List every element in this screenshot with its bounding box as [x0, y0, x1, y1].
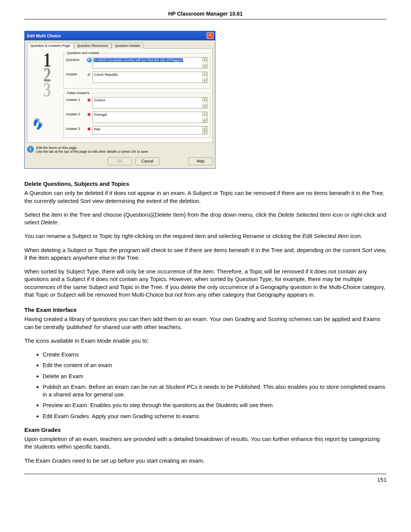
- false-answers-group: False Answers Answer 1 ✖ ▲▼ Answer 2 ✖: [63, 91, 210, 138]
- footprints-icon: 👣: [30, 117, 45, 131]
- dialog-hint: i Edit the items on this page. Use the t…: [25, 145, 215, 156]
- close-icon[interactable]: ×: [207, 32, 213, 39]
- scroll-arrows[interactable]: ▲▼: [202, 126, 207, 134]
- question-label: Question: [66, 57, 86, 62]
- list-item: Preview an Exam. Enables you to step thr…: [43, 401, 387, 409]
- italic-text: Delete Selected Item: [278, 211, 331, 218]
- help-button[interactable]: Help: [188, 157, 213, 165]
- scroll-arrows[interactable]: ▲▼: [202, 72, 207, 83]
- x-icon: ✖: [87, 112, 91, 117]
- scroll-down-icon[interactable]: ▼: [202, 64, 207, 68]
- paragraph: The icons available in Exam Mode enable …: [24, 337, 387, 345]
- ok-button[interactable]: OK: [108, 157, 132, 165]
- dialog-title-text: Edit Multi Choice: [27, 34, 61, 38]
- scroll-down-icon[interactable]: ▼: [202, 131, 207, 135]
- dialog-tabs: Question & Answers Page Question Resourc…: [25, 40, 215, 49]
- paragraph: Select the item in the Tree and choose {…: [24, 211, 387, 227]
- dialog-body: 1 2 3 👣 Question and Answer Question: [27, 48, 213, 143]
- text: Select the item in the Tree and choose {…: [24, 211, 278, 218]
- question-icon: [87, 58, 92, 62]
- answer-textarea[interactable]: [92, 72, 207, 83]
- answer2-label: Answer 2: [66, 112, 86, 116]
- scroll-up-icon[interactable]: ▲: [202, 112, 207, 116]
- italic-text: Delete: [41, 219, 57, 225]
- hint-line1: Edit the items on this page.: [36, 146, 148, 150]
- answer3-label: Answer 3: [66, 126, 86, 131]
- scroll-arrows[interactable]: ▲▼: [202, 97, 207, 108]
- list-item: Edit Exam Grades. Apply your own Grading…: [43, 412, 387, 420]
- list-item: Edit the content of an exam: [43, 361, 387, 369]
- section-exam-grades-title: Exam Grades: [24, 426, 387, 434]
- tab-question-resources[interactable]: Question Resources: [74, 43, 112, 49]
- exam-mode-list: Create Exams Edit the content of an exam…: [24, 351, 387, 420]
- cancel-button[interactable]: Cancel: [135, 157, 159, 165]
- document-content: Delete Questions, Subjects and Topics A …: [24, 180, 387, 465]
- question-answer-legend: Question and Answer: [66, 51, 101, 55]
- list-item: Create Exams: [43, 351, 387, 358]
- paragraph: When sorted by Subject Type, there will …: [24, 268, 387, 299]
- question-answer-group: Question and Answer Question In which Eu…: [63, 51, 210, 89]
- paragraph: Upon completion of an exam, teachers are…: [24, 435, 387, 451]
- paragraph: When deleting a Subject or Topic the pro…: [24, 246, 387, 262]
- scroll-down-icon[interactable]: ▼: [202, 118, 207, 123]
- footer-rule: [24, 474, 387, 474]
- dialog-illustration: 1 2 3 👣: [30, 51, 63, 136]
- page-header-title: HP Classroom Manager 10.61: [24, 11, 387, 17]
- question-selected-text: In which European country will you find …: [94, 58, 183, 62]
- header-rule: [24, 19, 387, 19]
- scroll-down-icon[interactable]: ▼: [202, 78, 207, 83]
- info-icon: i: [27, 146, 34, 153]
- section-exam-interface-title: The Exam Interface: [24, 306, 387, 314]
- section-delete-title: Delete Questions, Subjects and Topics: [24, 180, 387, 188]
- scroll-down-icon[interactable]: ▼: [202, 104, 207, 108]
- text: .: [57, 219, 59, 225]
- text: You can rename a Subject or Topic by rig…: [24, 233, 302, 239]
- dialog-titlebar[interactable]: Edit Multi Choice ×: [25, 31, 215, 40]
- answer3-textarea[interactable]: [92, 126, 207, 134]
- scroll-up-icon[interactable]: ▲: [202, 97, 207, 102]
- scroll-up-icon[interactable]: ▲: [202, 126, 207, 131]
- tab-question-details[interactable]: Question Details: [112, 43, 143, 49]
- page-number: 151: [24, 476, 387, 483]
- paragraph: You can rename a Subject or Topic by rig…: [24, 232, 387, 240]
- answer1-textarea[interactable]: [92, 97, 207, 109]
- x-icon: ✖: [87, 97, 91, 103]
- paragraph: The Exam Grades need to be set up before…: [24, 457, 387, 465]
- edit-multi-choice-dialog: Edit Multi Choice × Question & Answers P…: [24, 31, 215, 169]
- hint-line2: Use the tab at the top of the page to ed…: [36, 150, 148, 153]
- scroll-up-icon[interactable]: ▲: [202, 58, 207, 62]
- x-icon: ✖: [87, 126, 91, 132]
- paragraph: Having created a library of questions yo…: [24, 315, 387, 331]
- dialog-buttons: OK Cancel Help: [25, 156, 215, 168]
- list-item: Delete an Exam: [43, 372, 387, 380]
- answer-label: Answer: [66, 72, 86, 76]
- check-icon: ✔: [87, 72, 91, 77]
- scroll-arrows[interactable]: ▲▼: [202, 58, 207, 68]
- answer2-textarea[interactable]: [92, 112, 207, 123]
- italic-text: Edit Selected Item: [302, 233, 349, 239]
- paragraph: A Question can only be deleted if it doe…: [24, 189, 387, 205]
- list-item: Publish an Exam. Before an exam can be r…: [43, 383, 387, 399]
- scroll-arrows[interactable]: ▲▼: [202, 112, 207, 123]
- scroll-up-icon[interactable]: ▲: [202, 72, 207, 76]
- false-answers-legend: False Answers: [66, 91, 91, 95]
- answer1-label: Answer 1: [66, 97, 86, 102]
- text: icon.: [349, 233, 362, 239]
- tab-question-answers[interactable]: Question & Answers Page: [27, 43, 74, 49]
